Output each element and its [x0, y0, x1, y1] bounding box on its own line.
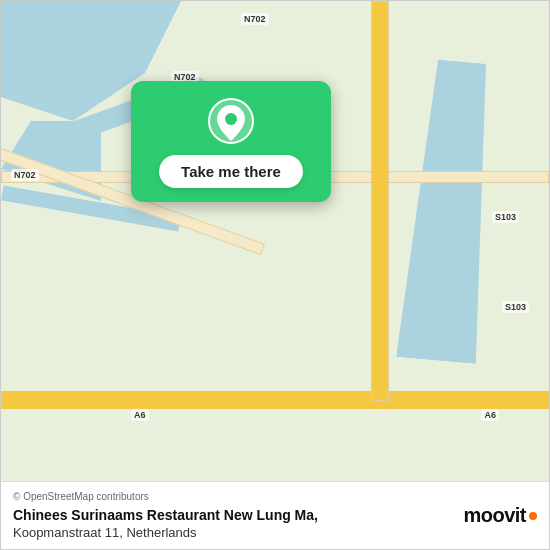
info-left: © OpenStreetMap contributors Chinees Sur…: [13, 491, 451, 539]
app-container: N702 N702 N702 S103 S103 A6 A6 Take me t…: [0, 0, 550, 550]
road-label-s103-1: S103: [492, 211, 519, 223]
location-card: Take me there: [131, 81, 331, 202]
road-label-n702-left: N702: [11, 169, 39, 181]
take-me-there-button[interactable]: Take me there: [159, 155, 303, 188]
moovit-dot: [529, 512, 537, 520]
moovit-logo: moovit: [463, 504, 537, 527]
map-attribution: © OpenStreetMap contributors: [13, 491, 451, 502]
road-label-a6-1: A6: [131, 409, 149, 421]
svg-point-1: [225, 113, 237, 125]
map-area: N702 N702 N702 S103 S103 A6 A6 Take me t…: [1, 1, 549, 481]
pin-icon: [207, 97, 255, 145]
restaurant-address: Koopmanstraat 11, Netherlands: [13, 525, 451, 540]
road-label-s103-2: S103: [502, 301, 529, 313]
moovit-brand-text: moovit: [463, 504, 526, 527]
info-bar: © OpenStreetMap contributors Chinees Sur…: [1, 481, 549, 549]
road-vertical-main: [371, 1, 389, 401]
road-label-a6-2: A6: [481, 409, 499, 421]
road-label-n702-top: N702: [241, 13, 269, 25]
road-horizontal-main: [1, 391, 549, 409]
restaurant-name: Chinees Surinaams Restaurant New Lung Ma…: [13, 506, 451, 524]
